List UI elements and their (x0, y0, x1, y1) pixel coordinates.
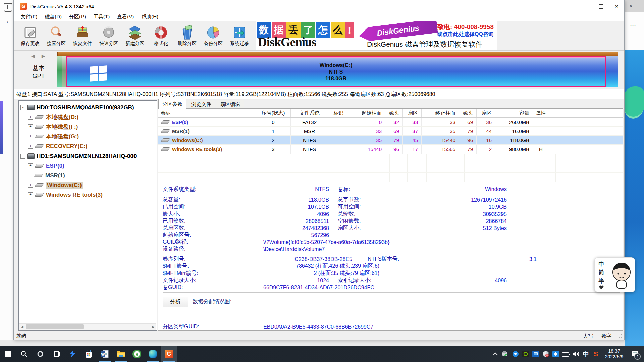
expand-icon[interactable]: + (28, 163, 33, 168)
tree-item-recovery-e[interactable]: +RECOVERY(E:) (19, 141, 157, 151)
disk-nav-arrows[interactable]: ◀ ▶ (31, 53, 48, 59)
delete-partition-button[interactable]: 删除分区 (174, 25, 200, 47)
backup-partition-button[interactable]: 备份分区 (200, 25, 226, 47)
app-word[interactable]: W (97, 346, 113, 362)
expand-icon[interactable]: + (28, 183, 33, 188)
app-feishu[interactable] (64, 346, 80, 362)
taskbar-clock[interactable]: 18:37 2022/5/9 (601, 348, 627, 360)
ime-halfwidth-mode[interactable]: 半 (599, 277, 604, 285)
tree-item-hd0[interactable]: -HD0:TOSHIBAMQ04ABF100(932GB) (19, 103, 157, 112)
disk-info-line: 磁盘1 接口:SATA 型号:SAMSUNGMZNLN128HAHQ-000H1… (14, 89, 624, 99)
scroll-left-icon[interactable]: ◀ (19, 324, 25, 330)
new-partition-button[interactable]: 新建分区 (122, 25, 148, 47)
tray-security-icon[interactable] (541, 346, 551, 362)
task-view-button[interactable] (48, 346, 64, 362)
taskbar-search-button[interactable] (16, 346, 32, 362)
title-bar: G DiskGenius V5.4.3.1342 x64 – × (14, 0, 624, 12)
collapse-icon[interactable]: - (20, 154, 25, 159)
heart-icon[interactable] (599, 286, 604, 290)
banner-qq-link[interactable]: 或点击此处选择QQ咨询 (437, 31, 494, 38)
table-row-msr[interactable]: MSR(1) 1MSR 336937 357944 16.0MB (158, 127, 623, 136)
detail-row: $MFT簇号:786432 (柱面:426 磁头:239 扇区:6) (163, 263, 623, 270)
tree-item-disk-d[interactable]: +本地磁盘(D:) (19, 112, 157, 122)
app-ms-store[interactable] (80, 346, 97, 362)
tray-expand-icon[interactable] (490, 346, 500, 362)
tray-sogou-icon[interactable]: S (591, 346, 601, 362)
cortana-button[interactable] (32, 346, 48, 362)
tree-item-windows-c[interactable]: +Windows(C:) (19, 180, 157, 190)
tab-partition-params[interactable]: 分区参数 (158, 99, 186, 109)
tray-dingtalk-icon[interactable] (511, 346, 521, 362)
browser-more-icon[interactable]: ⋯ (630, 22, 636, 29)
tree-item-esp[interactable]: +ESP(0) (19, 161, 157, 171)
collapse-icon[interactable]: - (20, 105, 25, 110)
partition-size: 118.0GB (325, 75, 346, 82)
taskbar: W e G (0, 346, 644, 362)
tray-power-icon[interactable] (561, 346, 571, 362)
tree-item-hd1[interactable]: -HD1:SAMSUNGMZNLN128HAHQ-000 (19, 151, 157, 161)
menu-file[interactable]: 文件(F) (17, 14, 41, 20)
table-row-windows-c[interactable]: Windows(C:) 2NTFS 357945 154409616 118.0… (158, 136, 623, 145)
recover-files-button[interactable]: 恢复文件 (69, 25, 96, 47)
expand-icon[interactable]: + (28, 124, 33, 129)
analyze-button[interactable]: 分析 (163, 297, 188, 307)
app-diskgenius[interactable]: G (161, 346, 177, 362)
search-partition-button[interactable]: 搜索分区 (43, 25, 69, 47)
app-edge[interactable] (145, 346, 161, 362)
menu-view[interactable]: 查看(V) (113, 14, 138, 20)
save-changes-button[interactable]: 保存更改 (17, 25, 43, 47)
tree-item-disk-g[interactable]: +本地磁盘(G:) (19, 132, 157, 141)
tray-snowflake-icon[interactable] (551, 346, 561, 362)
menu-tools[interactable]: 工具(T) (90, 14, 113, 20)
format-button[interactable]: 格式化 (148, 25, 174, 47)
windows-c-partition-block[interactable]: Windows(C:) NTFS 118.0GB (66, 56, 606, 87)
tray-ime-indicator[interactable]: 中 (581, 346, 591, 362)
table-row-esp[interactable]: ESP(0) 0FAT32 03233 336936 260.0MB (158, 118, 623, 127)
tray-intel-graphics-icon[interactable] (531, 346, 541, 362)
expand-icon[interactable]: + (28, 144, 33, 149)
tree-item-windows-re[interactable]: +Windows RE tools(3) (19, 190, 157, 200)
expand-icon[interactable]: + (28, 134, 33, 139)
browser-back-icon[interactable]: ← (5, 17, 12, 25)
recovery-partition-block[interactable] (606, 56, 618, 87)
app-green-browser[interactable]: e (129, 346, 145, 362)
tray-printer-icon[interactable] (500, 346, 511, 362)
minimize-button[interactable]: – (578, 0, 593, 12)
hdd-icon (27, 153, 35, 159)
esp-partition-block[interactable] (57, 56, 62, 87)
ime-cn-mode[interactable]: 中 (599, 260, 604, 268)
scrollbar-thumb[interactable] (26, 324, 84, 329)
maximize-button[interactable] (593, 0, 609, 12)
tab-browse-files[interactable]: 浏览文件 (187, 100, 215, 109)
banner-ad[interactable]: 数 据 丢 了 怎 么 ! DiskGenius DiskGenius 致电: … (256, 21, 497, 50)
start-button[interactable] (0, 346, 16, 362)
app-file-explorer[interactable] (113, 346, 129, 362)
expand-icon[interactable]: + (28, 192, 33, 197)
quick-partition-button[interactable]: 快速分区 (96, 25, 122, 47)
ime-simplified-mode[interactable]: 简 (599, 268, 604, 276)
sogou-ime-panel[interactable]: 中 简 半 (594, 257, 635, 292)
menu-partition[interactable]: 分区(P) (65, 14, 90, 20)
delete-partition-icon (180, 25, 194, 40)
tab-sector-edit[interactable]: 扇区编辑 (216, 100, 244, 109)
tray-volume-icon[interactable] (571, 346, 581, 362)
disk-type-label: 基本 (27, 64, 50, 72)
background-window-close-icon[interactable]: × (625, 0, 644, 12)
msr-partition-block[interactable] (62, 56, 66, 87)
tree-item-msr[interactable]: MSR(1) (19, 171, 157, 180)
resize-grip[interactable] (618, 333, 624, 339)
close-button[interactable]: × (609, 0, 624, 12)
windows-logo-icon (5, 351, 11, 357)
menu-help[interactable]: 帮助(H) (138, 14, 162, 20)
system-migration-button[interactable]: 系统迁移 (226, 25, 253, 47)
table-row-windows-re[interactable]: Windows RE tools(3) 3NTFS 154409617 1556… (158, 145, 623, 154)
menu-disk[interactable]: 磁盘(D) (41, 14, 65, 20)
scroll-right-icon[interactable]: ▶ (150, 324, 156, 330)
tray-nvidia-icon[interactable] (521, 346, 531, 362)
partition-table-type-label: GPT (27, 73, 50, 80)
expand-icon[interactable]: + (28, 115, 33, 120)
tree-item-disk-f[interactable]: +本地磁盘(F:) (19, 122, 157, 132)
background-tab-icon (4, 3, 12, 12)
action-center-button[interactable]: 2 (627, 346, 643, 362)
tree-horizontal-scrollbar[interactable]: ◀ ▶ (19, 323, 156, 330)
